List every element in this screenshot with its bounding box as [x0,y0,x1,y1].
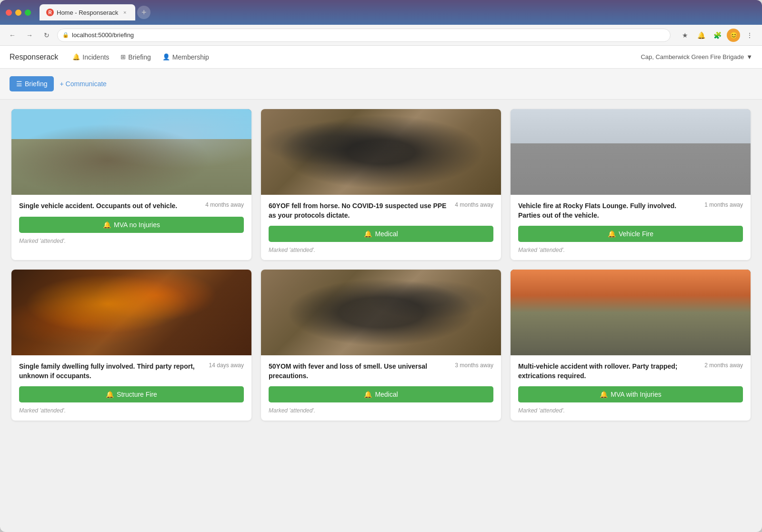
card-body: Multi-vehicle accident with rollover. Pa… [511,355,751,421]
card-attended: Marked 'attended'. [269,247,493,253]
card-header: Single family dwelling fully involved. T… [19,362,244,381]
card-image-burned-car [511,109,751,195]
incident-type-button[interactable]: 🔔 Structure Fire [19,386,244,402]
card-description: Single vehicle accident. Occupants out o… [19,201,201,211]
card-header: Vehicle fire at Rocky Flats Lounge. Full… [518,201,743,220]
address-bar[interactable]: 🔒 localhost:5000/briefing [57,29,671,42]
nav-incidents-label: Incidents [82,53,109,61]
tab-close-button[interactable]: × [121,9,129,16]
incident-card: 60YOF fell from horse. No COVID-19 suspe… [261,109,501,260]
incident-type-button[interactable]: 🔔 Medical [269,226,493,242]
tab-bar: R Home - Responserack × + [40,4,756,20]
incident-card: Single family dwelling fully involved. T… [11,270,251,421]
card-time: 4 months away [455,201,493,208]
card-header: 60YOF fell from horse. No COVID-19 suspe… [269,201,493,220]
url-display: localhost:5000/briefing [72,31,134,39]
communicate-button[interactable]: + Communicate [60,80,106,88]
card-time: 4 months away [205,201,244,208]
nav-user[interactable]: Cap, Camberwick Green Fire Brigade ▼ [641,53,752,60]
bell-icon: 🔔 [72,53,80,60]
incident-card: Single vehicle accident. Occupants out o… [11,109,251,260]
extension-button[interactable]: 🔔 [694,29,708,42]
lock-icon: 🔒 [62,32,69,38]
tab-favicon: R [46,9,54,16]
bell-small-icon: 🔔 [106,391,114,398]
nav-items: 🔔 Incidents ⊞ Briefing 👤 Membership [68,50,641,64]
card-attended: Marked 'attended'. [269,407,493,414]
incident-card: 50YOM with fever and loss of smell. Use … [261,270,501,421]
new-tab-button[interactable]: + [137,6,150,19]
bell-small-icon: 🔔 [103,221,111,229]
incident-card: Vehicle fire at Rocky Flats Lounge. Full… [511,109,751,260]
minimize-button[interactable] [15,10,21,16]
incident-card: Multi-vehicle accident with rollover. Pa… [511,270,751,421]
card-header: Single vehicle accident. Occupants out o… [19,201,244,211]
user-avatar[interactable]: 😊 [727,29,740,42]
nav-item-membership[interactable]: 👤 Membership [158,50,214,64]
bell-small-icon: 🔔 [364,230,372,238]
card-description: Multi-vehicle accident with rollover. Pa… [518,362,700,381]
incident-type-button[interactable]: 🔔 MVA no Injuries [19,217,244,233]
bookmark-button[interactable]: ★ [678,29,692,42]
card-description: 60YOF fell from horse. No COVID-19 suspe… [269,201,450,220]
maximize-button[interactable] [25,10,31,16]
nav-item-briefing[interactable]: ⊞ Briefing [116,50,155,64]
chevron-down-icon: ▼ [746,53,752,60]
cards-grid: Single vehicle accident. Occupants out o… [11,109,751,421]
card-image-stethoscope2 [261,270,501,355]
bell-small-icon: 🔔 [364,391,372,398]
card-image-rollover [511,270,751,355]
menu-button[interactable]: ⋮ [743,29,756,42]
card-body: Single family dwelling fully involved. T… [11,355,251,421]
user-label: Cap, Camberwick Green Fire Brigade [641,53,744,60]
active-tab[interactable]: R Home - Responserack × [40,4,135,20]
card-time: 2 months away [704,362,743,369]
card-body: 60YOF fell from horse. No COVID-19 suspe… [261,195,501,260]
card-image-suv-crash [11,109,251,195]
nav-item-incidents[interactable]: 🔔 Incidents [68,50,114,64]
tab-title: Home - Responserack [57,9,118,16]
nav-membership-label: Membership [172,53,209,61]
card-image-stethoscope [261,109,501,195]
bell-small-icon: 🔔 [608,230,616,238]
card-body: 50YOM with fever and loss of smell. Use … [261,355,501,421]
card-attended: Marked 'attended'. [19,238,244,244]
close-button[interactable] [6,10,12,16]
action-bar: ☰ Briefing + Communicate [0,69,762,100]
nav-briefing-label: Briefing [128,53,150,61]
card-body: Single vehicle accident. Occupants out o… [11,195,251,251]
list-icon: ☰ [16,80,22,88]
traffic-lights [6,10,31,16]
incident-type-button[interactable]: 🔔 Vehicle Fire [518,226,743,242]
card-attended: Marked 'attended'. [19,407,244,414]
refresh-button[interactable]: ↻ [40,29,53,42]
incident-type-button[interactable]: 🔔 Medical [269,386,493,402]
card-header: Multi-vehicle accident with rollover. Pa… [518,362,743,381]
toolbar-actions: ★ 🔔 🧩 😊 ⋮ [678,29,756,42]
briefing-button[interactable]: ☰ Briefing [10,76,54,91]
card-time: 1 months away [704,201,743,208]
card-attended: Marked 'attended'. [518,407,743,414]
card-description: Vehicle fire at Rocky Flats Lounge. Full… [518,201,700,220]
forward-button[interactable]: → [23,29,36,42]
card-header: 50YOM with fever and loss of smell. Use … [269,362,493,381]
browser-toolbar: ← → ↻ 🔒 localhost:5000/briefing ★ 🔔 🧩 😊 … [0,25,762,46]
extensions-button[interactable]: 🧩 [711,29,724,42]
app-brand: Responserack [10,53,58,61]
incident-type-button[interactable]: 🔔 MVA with Injuries [518,386,743,402]
card-time: 3 months away [455,362,493,369]
card-time: 14 days away [209,362,244,369]
bell-small-icon: 🔔 [600,391,608,398]
back-button[interactable]: ← [6,29,19,42]
card-description: 50YOM with fever and loss of smell. Use … [269,362,450,381]
main-content: Single vehicle accident. Occupants out o… [0,100,762,430]
people-icon: 👤 [162,53,170,60]
browser-titlebar: R Home - Responserack × + [0,0,762,25]
app-nav: Responserack 🔔 Incidents ⊞ Briefing 👤 Me… [0,46,762,69]
card-image-structure-fire [11,270,251,355]
card-attended: Marked 'attended'. [518,247,743,253]
card-description: Single family dwelling fully involved. T… [19,362,204,381]
card-body: Vehicle fire at Rocky Flats Lounge. Full… [511,195,751,260]
grid-icon: ⊞ [120,53,126,60]
